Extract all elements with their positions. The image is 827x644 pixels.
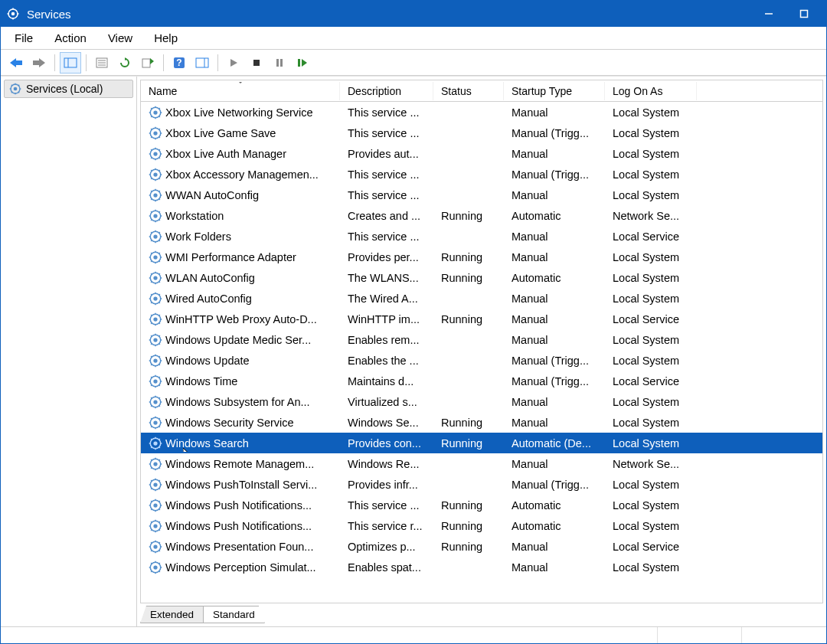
- service-logon-cell: Local System: [605, 291, 697, 306]
- service-row[interactable]: Xbox Live Networking ServiceThis service…: [141, 102, 822, 123]
- gear-icon: [149, 395, 162, 409]
- gear-icon: [149, 250, 162, 264]
- column-header-startup-type[interactable]: Startup Type: [504, 82, 605, 100]
- service-row[interactable]: WMI Performance AdapterProvides per...Ru…: [141, 247, 822, 267]
- gear-icon: [149, 540, 162, 554]
- service-description-cell: Creates and ...: [340, 208, 433, 224]
- service-row[interactable]: Xbox Live Auth ManagerProvides aut...Man…: [141, 143, 822, 164]
- help-button[interactable]: ?: [168, 52, 190, 74]
- gear-icon: [149, 499, 162, 512]
- show-hide-tree-button[interactable]: [60, 52, 81, 74]
- service-description-cell: The Wired A...: [340, 291, 433, 306]
- service-name-label: Windows Subsystem for An...: [165, 396, 310, 408]
- service-row[interactable]: Windows Remote Managem...Windows Re...Ma…: [141, 453, 822, 474]
- service-status-cell: Running: [433, 539, 504, 554]
- gear-icon: [149, 292, 162, 306]
- service-name-cell: Windows Update Medic Ser...: [141, 332, 340, 348]
- service-logon-cell: Local System: [605, 188, 697, 203]
- service-row[interactable]: Windows Push Notifications...This servic…: [141, 515, 822, 536]
- service-description-cell: Virtualized s...: [340, 394, 433, 410]
- export-list-button[interactable]: [137, 52, 159, 74]
- service-logon-cell: Local System: [605, 332, 697, 348]
- service-name-cell: Windows Time: [141, 373, 340, 390]
- tree-root-label: Services (Local): [26, 83, 103, 95]
- service-description-cell: Windows Re...: [340, 456, 433, 472]
- service-startup-cell: Manual: [504, 415, 605, 430]
- svg-rect-37: [142, 59, 150, 67]
- tab-extended[interactable]: Extended: [140, 606, 204, 623]
- service-description-cell: Provides aut...: [340, 146, 433, 162]
- service-row[interactable]: Windows Perception Simulat...Enables spa…: [141, 557, 822, 577]
- service-status-cell: Running: [433, 436, 504, 451]
- column-header-status[interactable]: Status: [433, 82, 504, 100]
- gear-icon: [149, 519, 162, 533]
- tree-root-services-local[interactable]: Services (Local): [4, 80, 133, 98]
- service-name-cell: Work Folders: [141, 228, 340, 245]
- service-status-cell: Running: [433, 498, 504, 513]
- nav-forward-button[interactable]: [28, 52, 50, 74]
- service-startup-cell: Manual: [504, 394, 605, 410]
- service-row[interactable]: Windows PushToInstall Servi...Provides i…: [141, 474, 822, 495]
- start-service-button[interactable]: [223, 52, 244, 74]
- service-name-cell: Windows Push Notifications...: [141, 518, 340, 534]
- service-row[interactable]: WorkstationCreates and ...RunningAutomat…: [141, 205, 822, 226]
- svg-point-21: [11, 12, 15, 16]
- refresh-button[interactable]: [114, 52, 136, 74]
- svg-text:?: ?: [176, 57, 181, 68]
- service-row[interactable]: Windows SearchProvides con...RunningAuto…: [141, 433, 822, 453]
- service-name-label: WLAN AutoConfig: [165, 272, 255, 284]
- menu-file[interactable]: File: [5, 28, 42, 47]
- service-name-label: Windows PushToInstall Servi...: [165, 479, 317, 491]
- tree-pane: Services (Local): [1, 77, 137, 626]
- service-row[interactable]: WWAN AutoConfigThis service ...ManualLoc…: [141, 185, 822, 205]
- service-row[interactable]: WinHTTP Web Proxy Auto-D...WinHTTP im...…: [141, 309, 822, 329]
- service-startup-cell: Manual (Trigg...: [504, 167, 605, 182]
- service-startup-cell: Manual: [504, 229, 605, 244]
- menu-help[interactable]: Help: [145, 28, 187, 47]
- svg-rect-27: [801, 11, 808, 18]
- svg-rect-44: [253, 60, 260, 66]
- properties-button[interactable]: [91, 52, 113, 74]
- service-row[interactable]: Windows Push Notifications...This servic…: [141, 495, 822, 515]
- service-row[interactable]: Wired AutoConfigThe Wired A...ManualLoca…: [141, 288, 822, 309]
- column-header-description[interactable]: Description: [340, 82, 433, 100]
- service-row[interactable]: Windows Security ServiceWindows Se...Run…: [141, 412, 822, 433]
- service-startup-cell: Automatic: [504, 518, 605, 534]
- restart-service-button[interactable]: [292, 52, 313, 74]
- service-name-label: WinHTTP Web Proxy Auto-D...: [165, 313, 317, 325]
- gear-icon: [149, 436, 162, 450]
- service-startup-cell: Manual: [504, 250, 605, 265]
- service-status-cell: [433, 194, 504, 197]
- service-row[interactable]: Windows Presentation Foun...Optimizes p.…: [141, 536, 822, 557]
- service-name-cell: Wired AutoConfig: [141, 290, 340, 307]
- service-row[interactable]: Windows UpdateEnables the ...Manual (Tri…: [141, 350, 822, 371]
- tab-standard[interactable]: Standard: [203, 606, 265, 623]
- service-status-cell: Running: [433, 415, 504, 430]
- minimize-button[interactable]: [751, 1, 786, 27]
- service-row[interactable]: Work FoldersThis service ...ManualLocal …: [141, 226, 822, 247]
- service-row[interactable]: Windows Subsystem for An...Virtualized s…: [141, 391, 822, 412]
- pause-service-button[interactable]: [269, 52, 290, 74]
- service-row[interactable]: Xbox Accessory Managemen...This service …: [141, 164, 822, 185]
- service-description-cell: Enables spat...: [340, 560, 433, 575]
- service-name-cell: Windows Perception Simulat...: [141, 559, 340, 576]
- service-row[interactable]: WLAN AutoConfigThe WLANS...RunningAutoma…: [141, 267, 822, 288]
- stop-service-button[interactable]: [246, 52, 267, 74]
- menu-view[interactable]: View: [99, 28, 142, 47]
- service-status-cell: [433, 338, 504, 342]
- service-name-cell: Xbox Live Auth Manager: [141, 145, 340, 162]
- service-rows-container[interactable]: Xbox Live Networking ServiceThis service…: [141, 102, 822, 603]
- service-row[interactable]: Windows Update Medic Ser...Enables rem..…: [141, 329, 822, 350]
- nav-back-button[interactable]: [5, 52, 27, 74]
- service-description-cell: This service r...: [340, 518, 433, 534]
- service-logon-cell: Local System: [605, 126, 697, 141]
- service-logon-cell: Local System: [605, 146, 697, 162]
- column-header-log-on-as[interactable]: Log On As: [605, 82, 697, 100]
- service-row[interactable]: Xbox Live Game SaveThis service ...Manua…: [141, 123, 822, 143]
- service-name-label: Xbox Live Game Save: [165, 127, 276, 139]
- menu-action[interactable]: Action: [45, 28, 96, 47]
- column-header-name[interactable]: Name: [141, 82, 340, 100]
- service-row[interactable]: Windows TimeMaintains d...Manual (Trigg.…: [141, 371, 822, 391]
- maximize-button[interactable]: [786, 1, 822, 27]
- show-hide-action-pane-button[interactable]: [191, 52, 213, 74]
